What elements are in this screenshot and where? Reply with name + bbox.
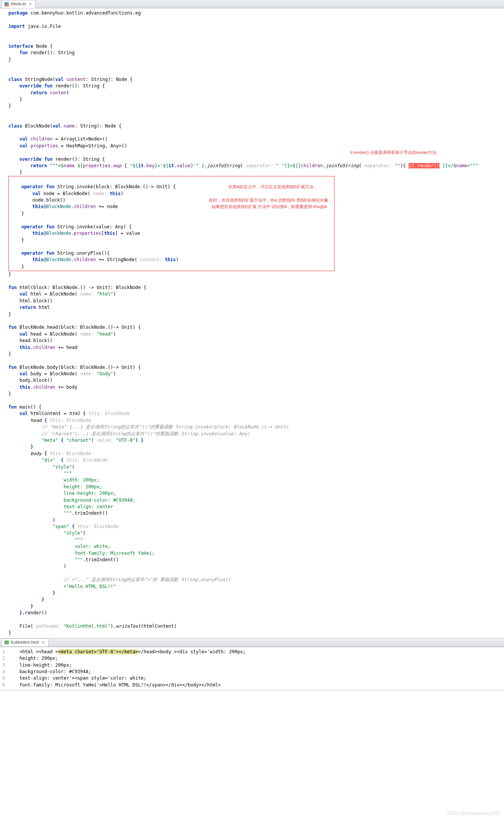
annotation-2: 此时，在其他类B的扩展方法中，this 仍然指向 类B的实例化对象，	[209, 198, 333, 202]
code-editor-main[interactable]: package com.bennyhuo.kotlin.advancedfunc…	[0, 8, 504, 638]
highlight-itrender: it.render()	[409, 163, 439, 168]
code-editor-output[interactable]: 123456 <html ><head ><meta charset='UTF-…	[0, 647, 504, 690]
boxed-operators: operator fun String.invoke(block: BlockN…	[8, 176, 334, 271]
close-icon[interactable]: ×	[42, 640, 44, 646]
editor-tabbar-top: Htmls.kt ×	[0, 0, 504, 8]
annotation-3: 如果想在其他类B的扩展 方法中 访问类A，则需要使用 this@A	[212, 204, 326, 209]
svg-text:H: H	[6, 641, 7, 644]
editor-tabbar-bottom: H KotlinHtml.html ×	[0, 638, 504, 647]
highlighted-meta: <meta charset='UTF-8'></meta>	[58, 649, 138, 654]
tab-label: Htmls.kt	[11, 1, 26, 7]
tab-label: KotlinHtml.html	[11, 640, 39, 646]
html-file-icon: H	[4, 640, 9, 645]
gutter: 123456	[2, 649, 5, 688]
kotlin-file-icon	[4, 2, 9, 7]
close-icon[interactable]: ×	[29, 1, 31, 7]
tab-htmls-kt[interactable]: Htmls.kt ×	[2, 0, 36, 8]
annotation-1: 在类A的定义中，可以定义其他类B的扩展方法，	[228, 184, 318, 189]
annotation-render: it.render() 会嵌套调用各级子节点的render方法	[351, 150, 437, 155]
tab-kotlinhtml[interactable]: H KotlinHtml.html ×	[2, 638, 48, 646]
